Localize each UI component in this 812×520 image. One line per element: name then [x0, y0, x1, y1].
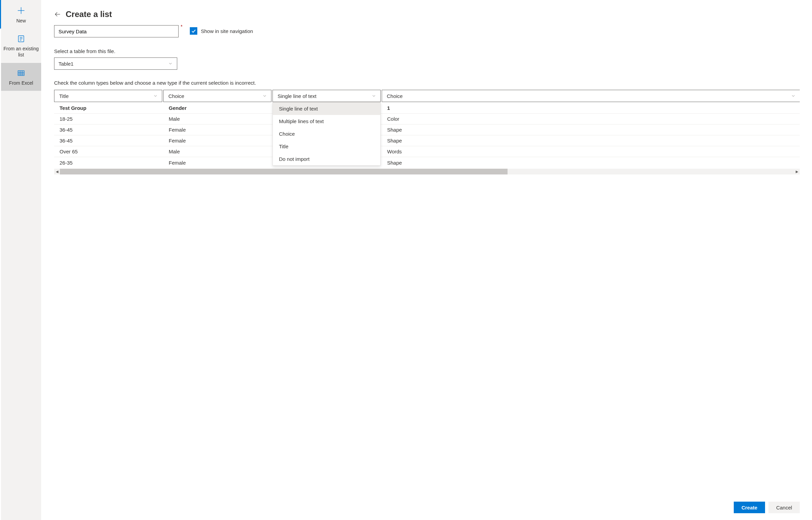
sidebar-item-label: From Excel — [9, 80, 33, 86]
sidebar-item-label: From an existing list — [3, 46, 39, 58]
show-in-nav-checkbox[interactable]: Show in site navigation — [190, 27, 253, 35]
grid-cell: 36-45 — [54, 135, 163, 146]
chevron-down-icon — [168, 61, 173, 66]
dropdown-option[interactable]: Single line of text — [273, 102, 380, 115]
column-type-value: Choice — [168, 93, 184, 99]
grid-cell: Female — [163, 124, 272, 135]
table-select-label: Select a table from this file. — [54, 48, 800, 54]
column-type-select[interactable]: Title — [54, 90, 162, 102]
main-panel: Create a list * Show in site navigation … — [41, 0, 812, 520]
dropdown-option[interactable]: Multiple lines of text — [273, 115, 380, 128]
dialog-footer: Create Cancel — [54, 496, 800, 520]
sidebar: New From an existing list From Excel — [0, 0, 41, 520]
column-type-dropdown: Single line of text Multiple lines of te… — [272, 102, 381, 166]
chevron-down-icon — [153, 94, 158, 98]
checkmark-icon — [190, 27, 197, 35]
grid-column: Single line of text Single line of text … — [272, 90, 382, 168]
column-type-value: Title — [59, 93, 69, 99]
column-type-value: Choice — [387, 93, 403, 99]
column-grid: Title Test Group 18-25 36-45 36-45 Over … — [54, 90, 800, 168]
chevron-down-icon — [262, 94, 267, 98]
grid-cell: Color — [382, 114, 800, 124]
plus-icon — [17, 6, 26, 15]
list-icon — [17, 35, 25, 43]
column-type-value: Single line of text — [278, 93, 316, 99]
scroll-right-icon[interactable]: ▶ — [794, 169, 800, 174]
table-select[interactable]: Table1 — [54, 57, 177, 70]
show-in-nav-label: Show in site navigation — [201, 28, 253, 34]
create-button[interactable]: Create — [734, 502, 765, 513]
table-icon — [17, 69, 25, 77]
sidebar-item-from-excel[interactable]: From Excel — [1, 63, 41, 91]
grid-column: Title Test Group 18-25 36-45 36-45 Over … — [54, 90, 163, 168]
grid-cell: Shape — [382, 135, 800, 146]
dropdown-option[interactable]: Choice — [273, 128, 380, 140]
sidebar-item-new[interactable]: New — [0, 0, 41, 29]
column-type-instruction: Check the column types below and choose … — [54, 80, 800, 86]
grid-column: Choice Gender Male Female Female Male Fe… — [163, 90, 272, 168]
grid-cell: Female — [163, 157, 272, 168]
grid-cell: 36-45 — [54, 124, 163, 135]
dropdown-option[interactable]: Title — [273, 140, 380, 153]
scroll-thumb[interactable] — [60, 169, 508, 174]
chevron-down-icon — [371, 94, 376, 98]
scroll-left-icon[interactable]: ◀ — [54, 169, 60, 174]
list-name-input[interactable] — [54, 25, 179, 37]
horizontal-scrollbar[interactable]: ◀ ▶ — [54, 169, 800, 174]
column-header: 1 — [382, 103, 800, 114]
back-button[interactable] — [54, 11, 61, 18]
chevron-down-icon — [791, 94, 796, 98]
column-header: Gender — [163, 103, 272, 114]
grid-cell: Male — [163, 146, 272, 157]
grid-cell: Words — [382, 146, 800, 157]
cancel-button[interactable]: Cancel — [768, 502, 800, 513]
grid-cell: Female — [163, 135, 272, 146]
grid-cell: Male — [163, 114, 272, 124]
sidebar-item-existing-list[interactable]: From an existing list — [1, 29, 41, 63]
column-type-select[interactable]: Choice — [382, 90, 800, 102]
required-indicator: * — [181, 24, 182, 29]
sidebar-item-label: New — [16, 18, 26, 24]
table-select-value: Table1 — [59, 61, 73, 67]
grid-cell: 18-25 — [54, 114, 163, 124]
grid-cell: 26-35 — [54, 157, 163, 168]
grid-cell: Shape — [382, 157, 800, 168]
grid-cell: Over 65 — [54, 146, 163, 157]
page-title: Create a list — [66, 10, 112, 19]
column-header: Test Group — [54, 103, 163, 114]
dropdown-option[interactable]: Do not import — [273, 153, 380, 165]
column-type-select[interactable]: Single line of text — [272, 90, 381, 102]
svg-rect-6 — [18, 71, 24, 76]
column-type-select[interactable]: Choice — [163, 90, 271, 102]
grid-cell: Shape — [382, 124, 800, 135]
grid-column: Choice 1 Color Shape Shape Words Shape — [382, 90, 800, 168]
scroll-track[interactable] — [60, 169, 794, 174]
